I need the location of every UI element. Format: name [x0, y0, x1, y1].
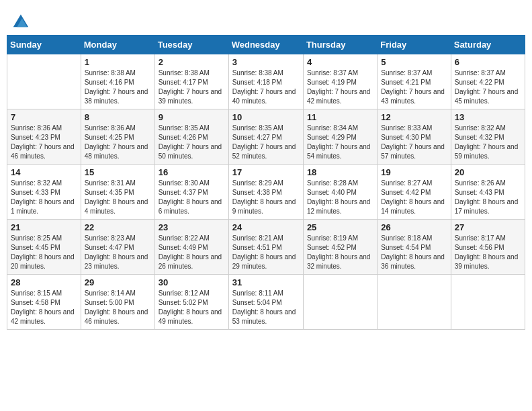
day-number: 12 — [381, 112, 447, 122]
day-number: 14 — [11, 167, 77, 177]
day-info: Sunrise: 8:11 AMSunset: 5:04 PMDaylight:… — [232, 289, 300, 326]
day-info: Sunrise: 8:37 AMSunset: 4:21 PMDaylight:… — [381, 68, 447, 106]
calendar-cell — [451, 275, 525, 330]
day-info: Sunrise: 8:14 AMSunset: 5:00 PMDaylight:… — [85, 289, 151, 326]
day-number: 28 — [11, 277, 77, 287]
day-info: Sunrise: 8:23 AMSunset: 4:47 PMDaylight:… — [85, 234, 151, 271]
day-number: 18 — [307, 167, 373, 177]
day-number: 1 — [85, 57, 151, 67]
day-number: 3 — [232, 57, 300, 67]
calendar-cell: 26Sunrise: 8:18 AMSunset: 4:54 PMDayligh… — [378, 220, 451, 275]
day-number: 20 — [455, 167, 521, 177]
weekday-header-saturday: Saturday — [451, 36, 525, 54]
calendar-week-row: 21Sunrise: 8:25 AMSunset: 4:45 PMDayligh… — [7, 220, 525, 275]
calendar-cell: 12Sunrise: 8:33 AMSunset: 4:30 PMDayligh… — [378, 109, 451, 165]
logo — [9, 11, 30, 30]
day-number: 21 — [11, 222, 77, 232]
day-number: 24 — [232, 222, 300, 232]
calendar-cell: 22Sunrise: 8:23 AMSunset: 4:47 PMDayligh… — [81, 220, 154, 275]
day-number: 26 — [381, 222, 447, 232]
weekday-header-tuesday: Tuesday — [154, 36, 228, 54]
day-number: 9 — [159, 112, 225, 122]
day-number: 25 — [307, 222, 373, 232]
day-number: 13 — [455, 112, 521, 122]
day-info: Sunrise: 8:35 AMSunset: 4:26 PMDaylight:… — [159, 124, 225, 161]
day-info: Sunrise: 8:26 AMSunset: 4:43 PMDaylight:… — [455, 179, 521, 216]
calendar-cell: 21Sunrise: 8:25 AMSunset: 4:45 PMDayligh… — [7, 220, 81, 275]
calendar-cell: 7Sunrise: 8:36 AMSunset: 4:23 PMDaylight… — [7, 109, 81, 165]
calendar-week-row: 14Sunrise: 8:32 AMSunset: 4:33 PMDayligh… — [7, 165, 525, 220]
day-number: 27 — [455, 222, 521, 232]
day-info: Sunrise: 8:19 AMSunset: 4:52 PMDaylight:… — [307, 234, 373, 271]
day-info: Sunrise: 8:28 AMSunset: 4:40 PMDaylight:… — [307, 179, 373, 216]
day-number: 10 — [232, 112, 300, 122]
calendar-cell: 28Sunrise: 8:15 AMSunset: 4:58 PMDayligh… — [7, 275, 81, 330]
calendar-week-row: 1Sunrise: 8:38 AMSunset: 4:16 PMDaylight… — [7, 54, 525, 109]
calendar-cell: 18Sunrise: 8:28 AMSunset: 4:40 PMDayligh… — [303, 165, 377, 220]
day-number: 15 — [85, 167, 151, 177]
day-number: 8 — [85, 112, 151, 122]
calendar-cell: 20Sunrise: 8:26 AMSunset: 4:43 PMDayligh… — [451, 165, 525, 220]
calendar-cell: 9Sunrise: 8:35 AMSunset: 4:26 PMDaylight… — [154, 109, 228, 165]
calendar-cell: 15Sunrise: 8:31 AMSunset: 4:35 PMDayligh… — [81, 165, 154, 220]
day-info: Sunrise: 8:38 AMSunset: 4:17 PMDaylight:… — [159, 68, 225, 106]
day-info: Sunrise: 8:21 AMSunset: 4:51 PMDaylight:… — [232, 234, 300, 271]
day-number: 16 — [159, 167, 225, 177]
day-info: Sunrise: 8:36 AMSunset: 4:23 PMDaylight:… — [11, 124, 77, 161]
day-number: 17 — [232, 167, 300, 177]
weekday-header-sunday: Sunday — [7, 36, 81, 54]
day-info: Sunrise: 8:37 AMSunset: 4:19 PMDaylight:… — [307, 68, 373, 106]
day-info: Sunrise: 8:22 AMSunset: 4:49 PMDaylight:… — [159, 234, 225, 271]
page-header — [7, 7, 525, 30]
day-info: Sunrise: 8:35 AMSunset: 4:27 PMDaylight:… — [232, 124, 300, 161]
day-info: Sunrise: 8:36 AMSunset: 4:25 PMDaylight:… — [85, 124, 151, 161]
day-info: Sunrise: 8:17 AMSunset: 4:56 PMDaylight:… — [455, 234, 521, 271]
day-number: 31 — [232, 277, 300, 287]
day-info: Sunrise: 8:37 AMSunset: 4:22 PMDaylight:… — [455, 68, 521, 106]
calendar-cell: 6Sunrise: 8:37 AMSunset: 4:22 PMDaylight… — [451, 54, 525, 109]
weekday-header-friday: Friday — [378, 36, 451, 54]
day-number: 11 — [307, 112, 373, 122]
day-info: Sunrise: 8:25 AMSunset: 4:45 PMDaylight:… — [11, 234, 77, 271]
calendar-cell: 3Sunrise: 8:38 AMSunset: 4:18 PMDaylight… — [228, 54, 303, 109]
calendar-cell: 17Sunrise: 8:29 AMSunset: 4:38 PMDayligh… — [228, 165, 303, 220]
weekday-header-thursday: Thursday — [303, 36, 377, 54]
calendar-cell: 24Sunrise: 8:21 AMSunset: 4:51 PMDayligh… — [228, 220, 303, 275]
weekday-header-row: SundayMondayTuesdayWednesdayThursdayFrid… — [7, 36, 525, 54]
weekday-header-wednesday: Wednesday — [228, 36, 303, 54]
calendar-cell: 23Sunrise: 8:22 AMSunset: 4:49 PMDayligh… — [154, 220, 228, 275]
day-number: 7 — [11, 112, 77, 122]
day-info: Sunrise: 8:29 AMSunset: 4:38 PMDaylight:… — [232, 179, 300, 216]
calendar-cell: 8Sunrise: 8:36 AMSunset: 4:25 PMDaylight… — [81, 109, 154, 165]
day-info: Sunrise: 8:27 AMSunset: 4:42 PMDaylight:… — [381, 179, 447, 216]
calendar-cell: 14Sunrise: 8:32 AMSunset: 4:33 PMDayligh… — [7, 165, 81, 220]
calendar-cell: 13Sunrise: 8:32 AMSunset: 4:32 PMDayligh… — [451, 109, 525, 165]
day-number: 6 — [455, 57, 521, 67]
day-number: 30 — [159, 277, 225, 287]
day-number: 2 — [159, 57, 225, 67]
day-info: Sunrise: 8:32 AMSunset: 4:33 PMDaylight:… — [11, 179, 77, 216]
calendar-cell: 5Sunrise: 8:37 AMSunset: 4:21 PMDaylight… — [378, 54, 451, 109]
logo-icon — [11, 11, 30, 30]
calendar-cell: 1Sunrise: 8:38 AMSunset: 4:16 PMDaylight… — [81, 54, 154, 109]
calendar-cell — [378, 275, 451, 330]
day-number: 4 — [307, 57, 373, 67]
day-info: Sunrise: 8:18 AMSunset: 4:54 PMDaylight:… — [381, 234, 447, 271]
day-info: Sunrise: 8:38 AMSunset: 4:18 PMDaylight:… — [232, 68, 300, 106]
weekday-header-monday: Monday — [81, 36, 154, 54]
calendar-cell: 11Sunrise: 8:34 AMSunset: 4:29 PMDayligh… — [303, 109, 377, 165]
calendar-cell: 16Sunrise: 8:30 AMSunset: 4:37 PMDayligh… — [154, 165, 228, 220]
day-info: Sunrise: 8:12 AMSunset: 5:02 PMDaylight:… — [159, 289, 225, 326]
calendar-cell: 25Sunrise: 8:19 AMSunset: 4:52 PMDayligh… — [303, 220, 377, 275]
day-info: Sunrise: 8:15 AMSunset: 4:58 PMDaylight:… — [11, 289, 77, 326]
day-number: 22 — [85, 222, 151, 232]
calendar-cell — [303, 275, 377, 330]
day-info: Sunrise: 8:34 AMSunset: 4:29 PMDaylight:… — [307, 124, 373, 161]
calendar-cell: 4Sunrise: 8:37 AMSunset: 4:19 PMDaylight… — [303, 54, 377, 109]
calendar-week-row: 28Sunrise: 8:15 AMSunset: 4:58 PMDayligh… — [7, 275, 525, 330]
calendar-cell: 19Sunrise: 8:27 AMSunset: 4:42 PMDayligh… — [378, 165, 451, 220]
day-info: Sunrise: 8:33 AMSunset: 4:30 PMDaylight:… — [381, 124, 447, 161]
day-info: Sunrise: 8:30 AMSunset: 4:37 PMDaylight:… — [159, 179, 225, 216]
day-number: 23 — [159, 222, 225, 232]
day-number: 19 — [381, 167, 447, 177]
